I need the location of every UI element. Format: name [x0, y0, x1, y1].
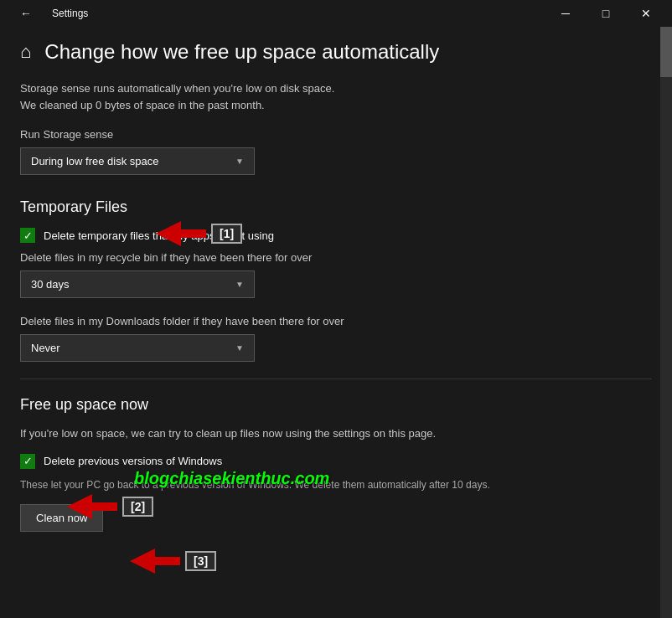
page-title: Change how we free up space automaticall…: [44, 40, 439, 64]
clean-now-button[interactable]: Clean now: [20, 504, 103, 532]
subtitle-line2: We cleaned up 0 bytes of space in the pa…: [20, 99, 265, 111]
minimize-button[interactable]: ─: [546, 0, 585, 27]
run-storage-dropdown[interactable]: During low free disk space ▼: [20, 147, 255, 175]
free-space-description: If you're low on space, we can try to cl…: [20, 425, 652, 442]
free-space-title: Free up space now: [20, 396, 652, 414]
recycle-bin-dropdown[interactable]: 30 days ▼: [20, 270, 255, 298]
downloads-dropdown-arrow-icon: ▼: [235, 343, 244, 353]
delete-temp-files-checkbox[interactable]: [20, 228, 35, 243]
temporary-files-section: Temporary Files Delete temporary files t…: [20, 198, 652, 362]
run-storage-label: Run Storage sense: [20, 128, 652, 141]
free-space-section: Free up space now If you're low on space…: [20, 396, 652, 532]
title-bar-controls: ─ □ ✕: [546, 0, 665, 27]
delete-temp-files-row: Delete temporary files that my apps aren…: [20, 228, 652, 243]
home-icon: ⌂: [20, 41, 31, 63]
back-button[interactable]: ←: [7, 0, 45, 27]
downloads-label: Delete files in my Downloads folder if t…: [20, 315, 652, 327]
delete-prev-windows-label: Delete previous versions of Windows: [44, 455, 222, 467]
subtitle-line1: Storage sense runs automatically when yo…: [20, 82, 334, 95]
title-bar-title: Settings: [52, 8, 88, 19]
recycle-bin-label: Delete files in my recycle bin if they h…: [20, 251, 652, 264]
downloads-dropdown[interactable]: Never ▼: [20, 334, 255, 362]
downloads-value: Never: [31, 342, 60, 354]
delete-temp-files-label: Delete temporary files that my apps aren…: [44, 229, 274, 242]
recycle-bin-value: 30 days: [31, 278, 70, 291]
small-description: These let your PC go back to a previous …: [20, 477, 652, 492]
close-button[interactable]: ✕: [627, 0, 665, 27]
subtitle-text: Storage sense runs automatically when yo…: [20, 80, 652, 113]
delete-prev-windows-row: Delete previous versions of Windows: [20, 454, 652, 469]
delete-prev-windows-checkbox[interactable]: [20, 454, 35, 469]
recycle-dropdown-arrow-icon: ▼: [235, 280, 244, 289]
temporary-files-title: Temporary Files: [20, 198, 652, 216]
page-header: ⌂ Change how we free up space automatica…: [20, 40, 652, 64]
dropdown-arrow-icon: ▼: [235, 157, 244, 166]
title-bar: ← Settings ─ □ ✕: [0, 0, 672, 27]
run-storage-value: During low free disk space: [31, 155, 158, 167]
maximize-button[interactable]: □: [587, 0, 625, 27]
main-content: ⌂ Change how we free up space automatica…: [0, 27, 672, 618]
section-divider: [20, 379, 652, 379]
title-bar-left: ← Settings: [7, 0, 88, 27]
